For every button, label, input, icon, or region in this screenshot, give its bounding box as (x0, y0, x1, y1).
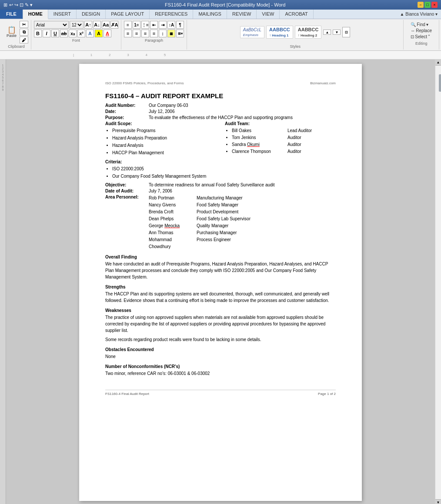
scope-item-3: Hazard Analysis (112, 142, 216, 149)
editing-group: 🔍 Find ▾ ↔ Replace ⊡ Select " Editing (404, 20, 439, 50)
ruler-tick-9: 9 (2, 88, 4, 91)
styles-scroll-down[interactable]: ▼ (333, 30, 341, 35)
personnel-row-7: MohammadChowdhury Process Engineer (149, 236, 336, 250)
show-marks-button[interactable]: ¶ (176, 21, 184, 29)
underline-button[interactable]: U (51, 30, 59, 37)
find-button[interactable]: 🔍 Find ▾ (409, 22, 434, 27)
personnel-row-2: Nancy Givens Food Safety Manager (149, 202, 336, 209)
scroll-up-button[interactable]: ▲ (435, 60, 441, 66)
align-center-button[interactable]: ≡ (133, 30, 140, 37)
cut-button[interactable]: ✂ (20, 21, 28, 28)
main-area: 1 2 3 4 5 6 7 8 9 ISO 22000 FSMS Policie… (0, 60, 441, 504)
line-spacing-button[interactable]: ↕ (159, 30, 167, 37)
scroll-thumb[interactable] (439, 74, 441, 92)
style-heading2[interactable]: AABBCC↑ Heading 2 (295, 26, 322, 39)
right-scrollbar[interactable]: ▲ ▼ (435, 60, 441, 504)
criteria-item-2: Our Company Food Safety Management Syste… (112, 173, 336, 180)
superscript-button[interactable]: x² (77, 30, 85, 37)
tab-design[interactable]: DESIGN (77, 10, 106, 19)
tab-acrobat[interactable]: ACROBAT (280, 10, 313, 19)
shrink-font-button[interactable]: A↓ (93, 21, 101, 29)
style-heading1[interactable]: AABBCC↑ Heading 1 (266, 26, 293, 39)
font-size-select[interactable]: 12 (70, 21, 84, 29)
page-container: ISO 22000 FSMS Policies, Procedures, and… (6, 60, 435, 504)
word-icon: ⊞ (3, 2, 7, 8)
replace-button[interactable]: ↔ Replace (409, 28, 434, 33)
copy-button[interactable]: ⧉ (20, 29, 28, 36)
sort-button[interactable]: ↕A (167, 21, 175, 29)
tab-insert[interactable]: INSERT (48, 10, 77, 19)
tab-home[interactable]: HOME (23, 10, 48, 19)
audit-scope-col: Audit Scope: Prerequisite Programs Hazar… (105, 121, 216, 157)
weaknesses-para1: The practice of using non approved suppl… (105, 314, 336, 334)
align-left-button[interactable]: ≡ (124, 30, 132, 37)
personnel-row-3: Brenda Croft Product Development (149, 209, 336, 216)
audit-team-col: Audit Team: Bill Oakes Lead Auditor Tom … (225, 121, 336, 157)
strikethrough-button[interactable]: ab (60, 30, 68, 37)
format-painter-button[interactable]: 🖌 (20, 36, 28, 43)
title-bar: ⊞ ↩ ↪ ⊡ ✎ ▾ FS1160-4 Final Audit Report … (0, 0, 441, 10)
p-name-5: George Meocka (149, 222, 192, 229)
tab-file[interactable]: FILE (0, 10, 23, 19)
team-role-4: Auditor (287, 148, 301, 155)
shading-button[interactable]: ▦ (167, 30, 175, 37)
close-button[interactable]: × (431, 2, 438, 8)
clipboard-group: 📋 Paste ✂ ⧉ 🖌 Clipboard (2, 20, 31, 50)
tab-page-layout[interactable]: PAGE LAYOUT (106, 10, 150, 19)
bold-button[interactable]: B (34, 30, 42, 37)
decrease-indent-button[interactable]: ⇤ (150, 21, 158, 29)
personnel-row-5: George Meocka Quality Manager (149, 222, 336, 229)
increase-indent-button[interactable]: ⇥ (159, 21, 167, 29)
strengths-heading: Strengths (105, 285, 336, 289)
purpose-field: Purpose: To evaluate the effectiveness o… (105, 115, 336, 120)
doc-header-right: Bizmanualz.com (310, 81, 336, 85)
highlight-button[interactable]: A (95, 30, 103, 37)
scroll-down-button[interactable]: ▼ (435, 499, 441, 504)
justify-button[interactable]: ≡ (150, 30, 158, 37)
window-controls[interactable]: − □ × (418, 2, 438, 8)
select-button[interactable]: ⊡ Select " (409, 34, 434, 40)
styles-expand[interactable]: ⊡ (342, 27, 350, 37)
align-right-button[interactable]: ≡ (141, 30, 149, 37)
border-button[interactable]: ⊞▾ (176, 30, 184, 37)
personnel-row-1: Rob Portman Manufacturing Manager (149, 195, 336, 202)
criteria-label: Criteria: (105, 159, 336, 164)
font-family-select[interactable]: Arial (34, 21, 69, 29)
objective-label: Objective: (105, 182, 149, 187)
grow-font-button[interactable]: A↑ (84, 21, 92, 29)
editing-label: Editing (415, 41, 428, 46)
clear-format-button[interactable]: ✗A (110, 21, 118, 29)
tab-references[interactable]: REFERENCES (150, 10, 193, 19)
multilevel-button[interactable]: ⋮≡ (141, 21, 149, 29)
p-title-4: Food Safety Lab Supervisor (197, 216, 251, 222)
numbering-button[interactable]: 1≡ (133, 21, 140, 29)
align-row: ≡ ≡ ≡ ≡ ↕ ▦ ⊞▾ (124, 30, 184, 37)
nonconformities-heading: Number of Nonconformities (NCR's) (105, 364, 336, 369)
criteria-section: Criteria: ISO 22000:2005 Our Company Foo… (105, 159, 336, 180)
styles-scroll-up[interactable]: ▲ (323, 30, 331, 35)
document-page[interactable]: ISO 22000 FSMS Policies, Procedures, and… (79, 64, 362, 501)
tab-review[interactable]: REVIEW (227, 10, 257, 19)
maximize-button[interactable]: □ (424, 2, 431, 8)
italic-button[interactable]: I (43, 30, 50, 37)
text-effect-button[interactable]: A (86, 30, 94, 37)
subscript-button[interactable]: x₂ (69, 30, 77, 37)
audit-team-list: Bill Oakes Lead Auditor Tom Jenkins Audi… (225, 127, 336, 155)
date-of-audit-label: Date of Audit: (105, 189, 149, 193)
tab-view[interactable]: VIEW (257, 10, 280, 19)
bullets-button[interactable]: ≡ (124, 21, 132, 29)
audit-number-value: Our Company 06-03 (149, 103, 336, 108)
team-member-1: Bill Oakes Lead Auditor (232, 127, 336, 134)
font-color-button[interactable]: A (104, 30, 111, 37)
tab-mailings[interactable]: MAILINGS (193, 10, 227, 19)
minimize-button[interactable]: − (418, 2, 424, 8)
quick-access: ↩ ↪ ⊡ ✎ ▾ (9, 2, 33, 8)
paste-button[interactable]: 📋 Paste (4, 25, 19, 39)
obstacles-text: None (105, 353, 336, 360)
style-emphasis[interactable]: AaBbCcLEmphasis (240, 26, 264, 38)
p-title-5: Quality Manager (197, 222, 228, 229)
user-info: ▲ Bianca Viviano ▾ (397, 10, 441, 19)
overall-finding-heading: Overall Finding (105, 255, 336, 259)
change-case-button[interactable]: Aa (102, 21, 110, 29)
obstacles-heading: Obstacles Encountered (105, 347, 336, 352)
